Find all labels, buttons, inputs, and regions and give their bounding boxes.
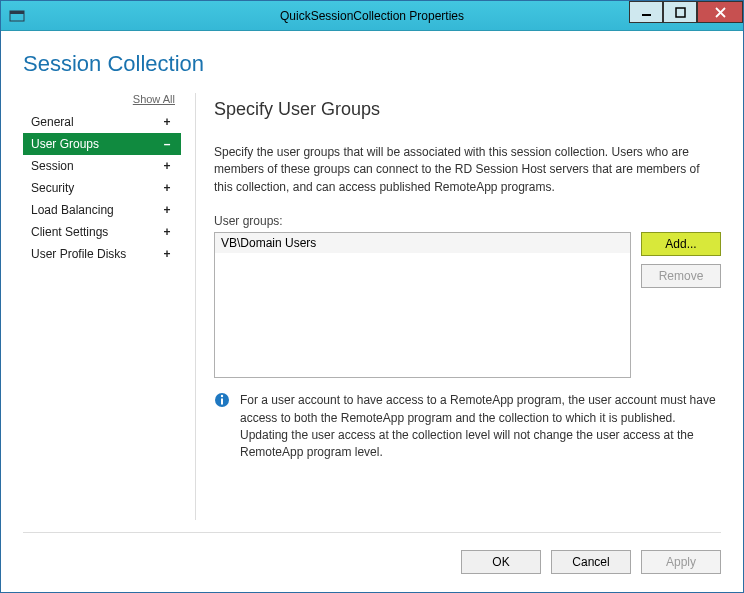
window-buttons [629,1,743,23]
section-heading: Specify User Groups [214,99,721,120]
svg-rect-3 [676,8,685,17]
window: QuickSessionCollection Properties Sessio… [0,0,744,593]
nav-general[interactable]: General+ [23,111,181,133]
sidebar: Show All General+ User Groups– Session+ … [23,93,195,520]
nav-session[interactable]: Session+ [23,155,181,177]
body: Show All General+ User Groups– Session+ … [23,93,721,520]
info-icon [214,392,230,408]
maximize-button[interactable] [663,1,697,23]
nav-security[interactable]: Security+ [23,177,181,199]
info-text: For a user account to have access to a R… [240,392,721,462]
minus-icon: – [161,137,173,151]
nav-client-settings[interactable]: Client Settings+ [23,221,181,243]
plus-icon: + [161,181,173,195]
svg-rect-7 [221,399,223,405]
list-label: User groups: [214,214,721,228]
user-groups-listbox[interactable]: VB\Domain Users [214,232,631,378]
close-button[interactable] [697,1,743,23]
nav-load-balancing[interactable]: Load Balancing+ [23,199,181,221]
content: Session Collection Show All General+ Use… [1,31,743,592]
vertical-divider [195,93,196,520]
titlebar: QuickSessionCollection Properties [1,1,743,31]
nav: General+ User Groups– Session+ Security+… [23,111,181,265]
plus-icon: + [161,225,173,239]
add-button[interactable]: Add... [641,232,721,256]
plus-icon: + [161,203,173,217]
info-note: For a user account to have access to a R… [214,392,721,462]
remove-button: Remove [641,264,721,288]
cancel-button[interactable]: Cancel [551,550,631,574]
nav-user-profile-disks[interactable]: User Profile Disks+ [23,243,181,265]
list-buttons: Add... Remove [641,232,721,378]
show-all-link[interactable]: Show All [23,93,181,111]
section-description: Specify the user groups that will be ass… [214,144,721,196]
app-icon [9,9,25,23]
plus-icon: + [161,247,173,261]
list-row: VB\Domain Users Add... Remove [214,232,721,378]
plus-icon: + [161,159,173,173]
plus-icon: + [161,115,173,129]
svg-rect-1 [10,11,24,14]
main-panel: Specify User Groups Specify the user gro… [214,93,721,520]
list-item[interactable]: VB\Domain Users [215,233,630,253]
minimize-button[interactable] [629,1,663,23]
svg-point-8 [221,395,223,397]
ok-button[interactable]: OK [461,550,541,574]
nav-user-groups[interactable]: User Groups– [23,133,181,155]
apply-button: Apply [641,550,721,574]
page-title: Session Collection [23,51,721,77]
footer: OK Cancel Apply [23,532,721,578]
